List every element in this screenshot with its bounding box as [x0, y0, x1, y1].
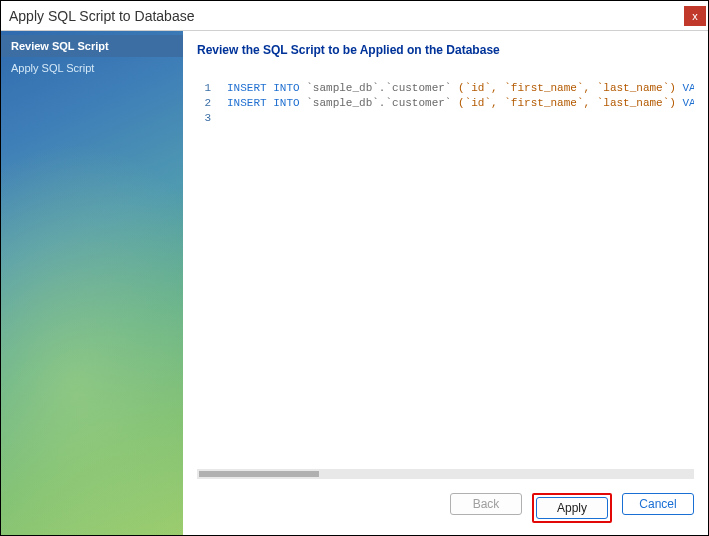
cancel-button[interactable]: Cancel — [622, 493, 694, 515]
apply-button[interactable]: Apply — [536, 497, 608, 519]
code-line: 3 — [197, 111, 694, 126]
code-text: INSERT INTO `sample_db`.`customer` (`id`… — [227, 81, 694, 96]
code-text: INSERT INTO `sample_db`.`customer` (`id`… — [227, 96, 694, 111]
sidebar-item-label: Apply SQL Script — [11, 62, 94, 74]
line-number: 2 — [197, 96, 227, 111]
panel-heading: Review the SQL Script to be Applied on t… — [197, 43, 694, 57]
sql-code-lines: 1 INSERT INTO `sample_db`.`customer` (`i… — [197, 81, 694, 126]
sidebar-item-label: Review SQL Script — [11, 40, 109, 52]
back-button: Back — [450, 493, 522, 515]
window-title: Apply SQL Script to Database — [9, 8, 194, 24]
close-icon: x — [692, 10, 698, 22]
titlebar: Apply SQL Script to Database x — [1, 1, 708, 31]
horizontal-scrollbar[interactable] — [197, 469, 694, 479]
button-row: Back Apply Cancel — [197, 479, 694, 525]
wizard-sidebar: Review SQL Script Apply SQL Script — [1, 31, 183, 535]
line-number: 3 — [197, 111, 227, 126]
sidebar-item-apply-sql[interactable]: Apply SQL Script — [1, 57, 183, 79]
dialog-content: Review SQL Script Apply SQL Script Revie… — [1, 31, 708, 535]
button-label: Apply — [557, 501, 587, 515]
apply-highlight: Apply — [532, 493, 612, 523]
code-line: 1 INSERT INTO `sample_db`.`customer` (`i… — [197, 81, 694, 96]
line-number: 1 — [197, 81, 227, 96]
scrollbar-thumb[interactable] — [199, 471, 319, 477]
button-label: Cancel — [639, 497, 676, 511]
button-label: Back — [473, 497, 500, 511]
sidebar-item-review-sql[interactable]: Review SQL Script — [1, 35, 183, 57]
close-button[interactable]: x — [684, 6, 706, 26]
main-panel: Review the SQL Script to be Applied on t… — [183, 31, 708, 535]
code-line: 2 INSERT INTO `sample_db`.`customer` (`i… — [197, 96, 694, 111]
sql-editor[interactable]: 1 INSERT INTO `sample_db`.`customer` (`i… — [197, 81, 694, 479]
